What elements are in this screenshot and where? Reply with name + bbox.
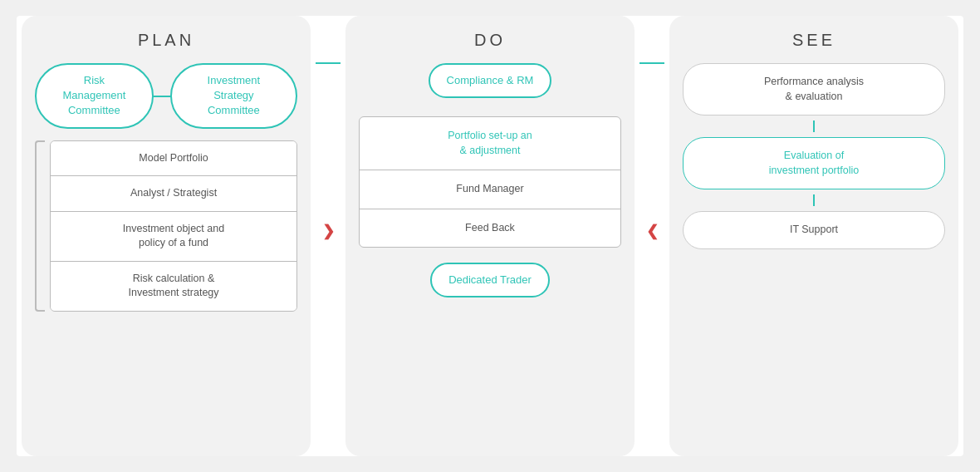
- see-layout: Performance analysis& evaluation Evaluat…: [683, 63, 945, 254]
- performance-analysis-box: Performance analysis& evaluation: [683, 63, 945, 116]
- see-section: SEE Performance analysis& evaluation Eva…: [669, 16, 958, 456]
- plan-pills-row: Risk Management Committee Investment Str…: [35, 63, 297, 129]
- arrow-plan-do: ❯: [322, 222, 335, 240]
- investment-strategy-label: Investment Strategy Committee: [170, 63, 297, 129]
- arrow-do-see: ❮: [646, 222, 659, 240]
- evaluation-pill: Evaluation ofinvestment portfolio: [683, 137, 945, 189]
- portfolio-setup-box: Portfolio set-up an& adjustment: [360, 117, 620, 170]
- see-title: SEE: [792, 31, 835, 50]
- do-layout: Compliance & RM Portfolio set-up an& adj…: [359, 63, 621, 297]
- compliance-pill: Compliance & RM: [429, 63, 552, 98]
- do-title: DO: [474, 31, 506, 50]
- connector-plan-do: ❯: [316, 16, 341, 456]
- diagram: PLAN Risk Management Committee Investmen…: [17, 16, 963, 456]
- plan-boxes: Model Portfolio Analyst / Strategist Inv…: [50, 140, 297, 312]
- connector-do-see: ❮: [639, 16, 664, 456]
- it-support-box: IT Support: [683, 211, 945, 249]
- plan-title: PLAN: [138, 31, 194, 50]
- plan-box-1: Model Portfolio: [51, 141, 296, 177]
- plan-box-2: Analyst / Strategist: [51, 176, 296, 212]
- do-section: DO Compliance & RM Portfolio set-up an& …: [345, 16, 635, 456]
- plan-bracket: [35, 140, 45, 312]
- risk-management-pill: Risk Management Committee: [35, 63, 154, 129]
- feedback-box: Feed Back: [360, 209, 620, 248]
- hline-do-see: [639, 62, 664, 64]
- see-vline-2: [813, 194, 815, 206]
- fund-manager-box: Fund Manager: [360, 170, 620, 209]
- hline-plan-do: [316, 62, 341, 64]
- dedicated-trader-pill: Dedicated Trader: [430, 263, 550, 297]
- plan-box-3: Investment object andpolicy of a fund: [51, 212, 296, 262]
- risk-management-label: Risk Management Committee: [35, 63, 154, 129]
- do-inner-boxes: Portfolio set-up an& adjustment Fund Man…: [359, 116, 621, 248]
- plan-box-4: Risk calculation &Investment strategy: [51, 262, 296, 311]
- plan-section: PLAN Risk Management Committee Investmen…: [22, 16, 311, 456]
- investment-strategy-pill: Investment Strategy Committee: [170, 63, 297, 129]
- plan-list-section: Model Portfolio Analyst / Strategist Inv…: [35, 140, 297, 312]
- see-vline-1: [813, 120, 815, 132]
